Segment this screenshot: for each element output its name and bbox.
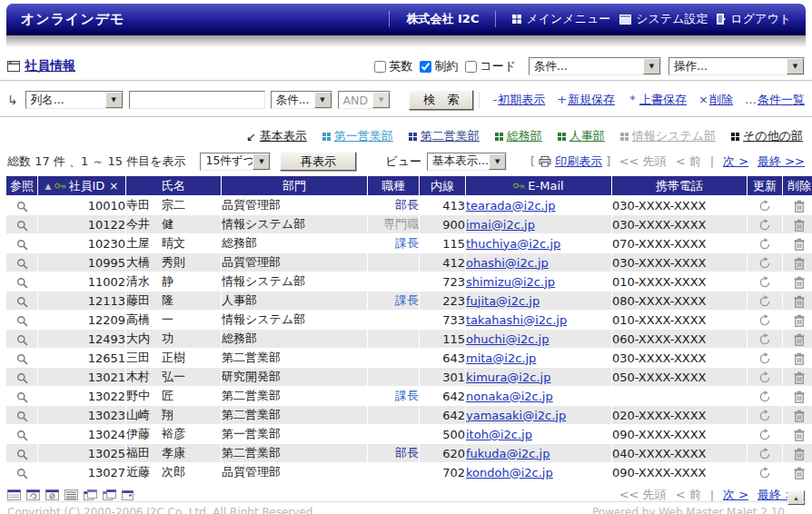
trash-icon[interactable] [794, 371, 805, 384]
chevron-down-icon[interactable]: ▼ [643, 58, 660, 74]
link-initial-display[interactable]: -初期表示 [492, 92, 545, 108]
email-link[interactable]: tearada@i2c.jp [466, 199, 556, 213]
magnifier-icon[interactable] [16, 334, 28, 346]
magnifier-icon[interactable] [16, 239, 28, 251]
email-link[interactable]: mita@i2c.jp [466, 351, 536, 365]
magnifier-icon[interactable] [16, 296, 28, 308]
print-view-link[interactable]: 印刷表示 [555, 153, 602, 170]
trash-icon[interactable] [794, 219, 805, 232]
search-keyword-input[interactable] [129, 91, 265, 109]
email-link[interactable]: shimizu@i2c.jp [466, 275, 555, 289]
chevron-down-icon[interactable]: ▼ [253, 153, 270, 170]
trash-icon[interactable] [794, 333, 805, 346]
refresh-icon[interactable] [758, 429, 771, 441]
tab-sales-dept-1[interactable]: 第一営業部 [322, 128, 393, 144]
main-menu-link[interactable]: メインメニュー [512, 11, 610, 27]
footer-window-refresh-icon[interactable] [26, 489, 40, 500]
refresh-icon[interactable] [758, 467, 771, 479]
email-link[interactable]: ohuchi@i2c.jp [466, 332, 549, 346]
chevron-down-icon[interactable]: ▼ [489, 153, 506, 170]
refresh-icon[interactable] [758, 200, 771, 213]
constraint-checkbox[interactable] [420, 61, 431, 73]
page-size-select[interactable]: 15件ずつ ▼ [200, 153, 271, 171]
chevron-down-icon[interactable]: ▼ [105, 92, 123, 108]
refresh-icon[interactable] [758, 295, 771, 308]
link-condition-list[interactable]: …条件一覧 [745, 92, 805, 108]
email-link[interactable]: ohashi@i2c.jp [466, 256, 549, 270]
magnifier-icon[interactable] [16, 372, 28, 384]
system-settings-link[interactable]: システム設定 [619, 11, 708, 27]
checkbox-alnum[interactable]: 英数 [374, 58, 412, 74]
refresh-icon[interactable] [758, 410, 771, 422]
tab-hr-dept[interactable]: 人事部 [558, 128, 605, 144]
redisplay-button[interactable]: 再表示 [280, 152, 356, 171]
email-link[interactable]: fukuda@i2c.jp [466, 447, 550, 460]
tab-general-affairs[interactable]: 総務部 [495, 128, 542, 144]
trash-icon[interactable] [794, 410, 805, 422]
refresh-icon[interactable] [758, 352, 771, 365]
trash-icon[interactable] [794, 257, 805, 270]
footer-paste-window-icon[interactable] [103, 489, 116, 500]
page-title[interactable]: 社員情報 [25, 58, 75, 74]
scroll-top-button[interactable]: ▲ [787, 490, 805, 505]
email-link[interactable]: imai@i2c.jp [466, 218, 535, 232]
magnifier-icon[interactable] [16, 391, 28, 403]
col-header-employee-id[interactable]: ▲ 社員ID × [38, 176, 125, 195]
condition-menu-select[interactable]: 条件... ▼ [529, 57, 661, 75]
tab-it-dept[interactable]: 情報システム部 [620, 128, 716, 144]
email-link[interactable]: itoh@i2c.jp [466, 428, 532, 441]
pager-last[interactable]: 最終 >> [758, 153, 805, 170]
checkbox-code[interactable]: コード [465, 58, 516, 74]
view-select[interactable]: 基本表示... ▼ [427, 153, 507, 171]
link-save-new[interactable]: +新規保存 [557, 92, 615, 108]
refresh-icon[interactable] [758, 238, 771, 251]
footer-small-window-icon[interactable] [122, 490, 134, 500]
footer-window-cancel-icon[interactable] [45, 489, 59, 500]
email-link[interactable]: thuchiya@i2c.jp [466, 237, 560, 251]
trash-icon[interactable] [794, 429, 805, 441]
magnifier-icon[interactable] [16, 410, 28, 422]
email-link[interactable]: yamasaki@i2c.jp [466, 409, 566, 422]
refresh-icon[interactable] [758, 276, 771, 289]
alnum-checkbox[interactable] [374, 61, 386, 73]
refresh-icon[interactable] [758, 390, 771, 403]
link-overwrite-save[interactable]: ＊上書保存 [627, 92, 687, 108]
magnifier-icon[interactable] [16, 468, 28, 479]
tab-basic-view[interactable]: ↙ 基本表示 [246, 128, 307, 144]
tab-sales-dept-2[interactable]: 第二営業部 [409, 128, 480, 144]
sort-ascending-icon[interactable]: ▲ [45, 182, 52, 191]
trash-icon[interactable] [794, 448, 805, 460]
operation-menu-select[interactable]: 操作... ▼ [668, 57, 805, 75]
trash-icon[interactable] [794, 200, 805, 213]
refresh-icon[interactable] [758, 314, 771, 327]
refresh-icon[interactable] [758, 448, 771, 460]
magnifier-icon[interactable] [16, 201, 28, 213]
logout-link[interactable]: ログアウト [717, 11, 791, 27]
email-link[interactable]: takahashi@i2c.jp [466, 313, 567, 327]
tab-other-dept[interactable]: その他の部 [731, 128, 803, 144]
code-checkbox[interactable] [465, 61, 477, 73]
footer-copy-window-icon[interactable] [84, 489, 97, 500]
magnifier-icon[interactable] [16, 430, 28, 441]
remove-sort-icon[interactable]: × [109, 180, 118, 193]
trash-icon[interactable] [794, 390, 805, 403]
trash-icon[interactable] [794, 276, 805, 289]
trash-icon[interactable] [794, 467, 805, 479]
magnifier-icon[interactable] [16, 220, 28, 232]
magnifier-icon[interactable] [16, 258, 28, 270]
magnifier-icon[interactable] [16, 353, 28, 365]
magnifier-icon[interactable] [16, 277, 28, 289]
chevron-down-icon[interactable]: ▼ [314, 92, 332, 108]
search-condition-select[interactable]: 条件... ▼ [271, 91, 332, 109]
magnifier-icon[interactable] [16, 449, 28, 460]
search-button[interactable]: 検 索 [409, 90, 473, 110]
magnifier-icon[interactable] [16, 315, 28, 327]
footer-list-icon[interactable] [64, 489, 78, 500]
column-name-select[interactable]: 列名... ▼ [25, 91, 124, 109]
email-link[interactable]: fujita@i2c.jp [466, 294, 540, 308]
email-link[interactable]: kondoh@i2c.jp [466, 466, 553, 479]
refresh-icon[interactable] [758, 333, 771, 346]
checkbox-constraint[interactable]: 制約 [420, 58, 458, 74]
refresh-icon[interactable] [758, 371, 771, 384]
link-delete-condition[interactable]: ×削除 [698, 92, 733, 108]
